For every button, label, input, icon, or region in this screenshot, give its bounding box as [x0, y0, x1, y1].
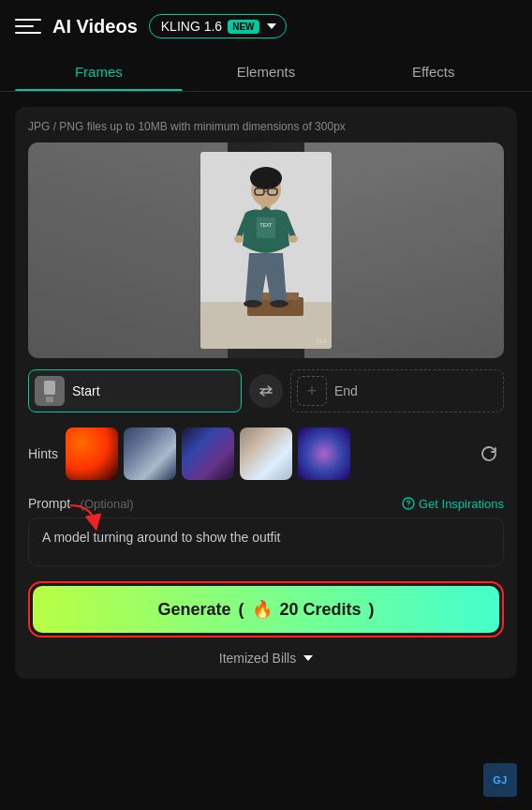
itemized-bills-row[interactable]: Itemized Bills: [28, 651, 504, 666]
generate-button[interactable]: Generate ( 🔥 20 Credits ): [33, 586, 499, 633]
generate-wrapper: Generate ( 🔥 20 Credits ): [28, 581, 504, 638]
hint-image-1[interactable]: [66, 428, 118, 480]
svg-point-12: [234, 235, 244, 243]
new-badge: NEW: [228, 20, 259, 34]
itemized-chevron-icon: [303, 655, 313, 661]
tab-elements[interactable]: Elements: [183, 52, 350, 91]
prompt-header: Prompt (Optional) Get Inspirations: [28, 495, 504, 512]
svg-point-20: [407, 506, 408, 507]
hints-row: Hints: [28, 428, 504, 480]
version-selector[interactable]: KLING 1.6 NEW: [149, 14, 287, 38]
chevron-down-icon: [267, 23, 276, 29]
tab-bar: Frames Elements Effects: [0, 52, 532, 92]
arrow-container: A model turning around to show the outfi…: [28, 518, 504, 566]
generate-label: Generate: [157, 600, 230, 620]
start-end-row: Start + End: [28, 369, 504, 412]
fire-icon: 🔥: [252, 599, 273, 620]
itemized-label: Itemized Bills: [219, 651, 296, 666]
refresh-hints-button[interactable]: [474, 439, 504, 469]
svg-point-14: [244, 300, 262, 308]
tab-frames[interactable]: Frames: [15, 52, 183, 91]
version-label: KLING 1.6: [161, 19, 222, 34]
svg-rect-10: [257, 218, 275, 238]
start-thumbnail: [35, 376, 65, 406]
end-placeholder: +: [297, 376, 327, 406]
svg-point-15: [270, 300, 288, 308]
hint-image-5[interactable]: [298, 428, 350, 480]
page-title: AI Videos: [52, 16, 138, 38]
start-button[interactable]: Start: [28, 369, 242, 412]
hint-image-2[interactable]: [124, 428, 176, 480]
header: AI Videos KLING 1.6 NEW: [0, 0, 532, 52]
hints-label: Hints: [28, 446, 58, 461]
hint-image-3[interactable]: [182, 428, 234, 480]
prompt-text: A model turning around to show the outfi…: [42, 530, 281, 545]
hint-images-list: [66, 428, 466, 480]
person-image: TEXT GJ: [200, 152, 332, 349]
main-content: JPG / PNG files up to 10MB with minimum …: [0, 92, 532, 694]
prompt-input[interactable]: A model turning around to show the outfi…: [28, 518, 504, 566]
get-inspirations-label: Get Inspirations: [419, 497, 504, 511]
prompt-optional: (Optional): [81, 497, 134, 511]
end-label: End: [334, 383, 358, 398]
preview-bg: TEXT GJ: [28, 142, 504, 358]
prompt-label: Prompt: [28, 496, 70, 511]
swap-button[interactable]: [249, 374, 283, 408]
upload-hint: JPG / PNG files up to 10MB with minimum …: [28, 120, 504, 133]
svg-rect-18: [46, 397, 53, 402]
svg-point-5: [250, 167, 282, 189]
credits-label: 20 Credits: [280, 600, 362, 620]
start-label: Start: [72, 383, 100, 398]
svg-text:TEXT: TEXT: [260, 222, 273, 228]
tab-effects[interactable]: Effects: [349, 52, 517, 91]
svg-rect-17: [44, 381, 55, 395]
image-preview[interactable]: TEXT GJ: [28, 142, 504, 358]
end-button[interactable]: + End: [290, 369, 504, 412]
get-inspirations-button[interactable]: Get Inspirations: [402, 497, 504, 511]
brand-logo: GJ: [483, 763, 517, 797]
upload-area: JPG / PNG files up to 10MB with minimum …: [15, 107, 517, 679]
watermark: GJ: [317, 337, 326, 345]
prompt-label-group: Prompt (Optional): [28, 495, 134, 512]
hint-image-4[interactable]: [240, 428, 292, 480]
svg-point-13: [288, 235, 298, 243]
menu-icon[interactable]: [15, 13, 41, 39]
